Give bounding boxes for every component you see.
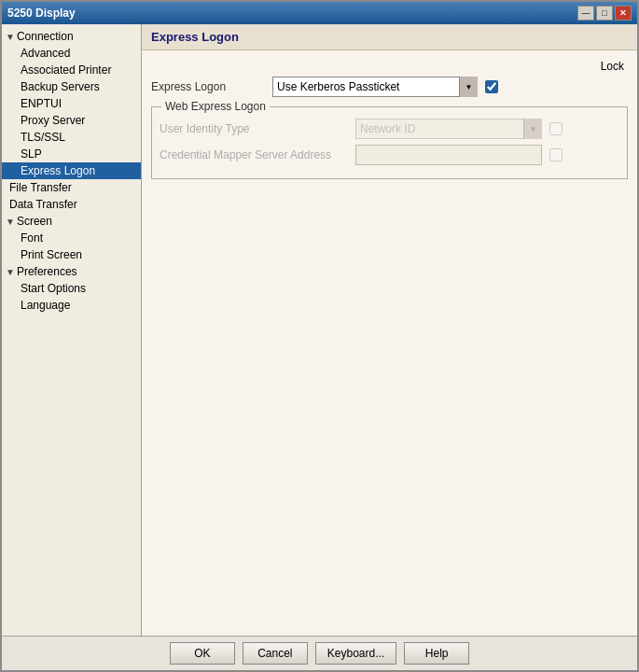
sidebar-label-backup-servers: Backup Servers [21,80,100,93]
toggle-connection: ▼ [6,32,15,42]
window-body: ▼ Connection Advanced Associated Printer… [2,24,637,636]
user-identity-type-row: User Identity Type Network ID ▼ [160,119,619,139]
sidebar-item-font[interactable]: Font [2,230,141,246]
credential-mapper-row: Credential Mapper Server Address [160,145,619,165]
sidebar-item-slp[interactable]: SLP [2,146,141,162]
express-logon-row: Express Logon Use Kerberos Passticket No… [151,77,628,97]
cancel-button[interactable]: Cancel [243,642,308,665]
sidebar-label-preferences: Preferences [17,265,77,278]
sidebar-item-start-options[interactable]: Start Options [2,280,141,297]
user-identity-type-label: User Identity Type [160,122,355,135]
sidebar-label-slp: SLP [21,147,42,161]
title-bar: 5250 Display — □ ✕ [2,2,637,24]
sidebar-item-screen[interactable]: ▼ Screen [2,213,141,230]
sidebar-label-tls-ssl: TLS/SSL [21,131,65,144]
sidebar-item-advanced[interactable]: Advanced [2,45,141,62]
sidebar-item-backup-servers[interactable]: Backup Servers [2,78,141,95]
sidebar-label-enptui: ENPTUI [21,97,62,110]
sidebar-item-print-screen[interactable]: Print Screen [2,246,141,263]
sidebar-item-associated-printer[interactable]: Associated Printer [2,62,141,78]
window-title: 5250 Display [7,7,76,20]
express-logon-dropdown-container: Use Kerberos Passticket None Passticket … [272,77,478,97]
express-logon-label: Express Logon [151,80,272,93]
sidebar-label-express-logon: Express Logon [21,164,95,177]
user-identity-type-dropdown-container: Network ID ▼ [355,119,542,139]
sidebar-label-advanced: Advanced [21,47,70,60]
sidebar-item-data-transfer[interactable]: Data Transfer [2,196,141,213]
sidebar-item-connection[interactable]: ▼ Connection [2,28,141,45]
sidebar-label-language: Language [21,299,70,312]
sidebar-label-data-transfer: Data Transfer [9,198,77,211]
maximize-button[interactable]: □ [596,6,613,21]
toggle-preferences: ▼ [6,267,15,277]
help-button[interactable]: Help [404,642,469,665]
sidebar-item-proxy-server[interactable]: Proxy Server [2,112,141,129]
credential-mapper-lock-checkbox[interactable] [549,148,563,161]
user-identity-type-lock-checkbox[interactable] [549,122,563,135]
minimize-button[interactable]: — [577,6,594,21]
sidebar-label-file-transfer: File Transfer [9,181,72,194]
sidebar-item-tls-ssl[interactable]: TLS/SSL [2,129,141,146]
keyboard-button[interactable]: Keyboard... [315,642,396,665]
sidebar-item-preferences[interactable]: ▼ Preferences [2,263,141,280]
express-logon-lock-checkbox[interactable] [485,80,498,93]
web-express-logon-title: Web Express Logon [161,100,270,113]
bottom-bar: OK Cancel Keyboard... Help [2,636,637,670]
express-logon-dropdown[interactable]: Use Kerberos Passticket None Passticket [272,77,478,97]
sidebar-item-file-transfer[interactable]: File Transfer [2,179,141,196]
sidebar-label-proxy-server: Proxy Server [21,114,85,127]
section-title: Express Logon [142,24,637,50]
lock-row: Lock [151,60,628,73]
user-identity-type-dropdown[interactable]: Network ID [355,119,542,139]
sidebar-label-associated-printer: Associated Printer [21,63,111,77]
sidebar-item-express-logon[interactable]: Express Logon [2,162,141,179]
sidebar-label-screen: Screen [17,215,52,228]
title-bar-buttons: — □ ✕ [577,6,632,21]
credential-mapper-input[interactable] [355,145,542,165]
sidebar-item-language[interactable]: Language [2,297,141,314]
ok-button[interactable]: OK [170,642,235,665]
main-content: Express Logon Lock Express Logon Use Ker… [142,24,637,636]
sidebar-label-connection: Connection [17,30,74,43]
sidebar: ▼ Connection Advanced Associated Printer… [2,24,142,636]
sidebar-label-start-options: Start Options [21,282,86,295]
sidebar-label-font: Font [21,231,43,245]
sidebar-label-print-screen: Print Screen [21,248,82,261]
lock-label: Lock [601,60,624,73]
web-express-logon-group: Web Express Logon User Identity Type Net… [151,106,628,179]
content-panel: Lock Express Logon Use Kerberos Passtick… [142,50,637,636]
sidebar-item-enptui[interactable]: ENPTUI [2,95,141,112]
credential-mapper-label: Credential Mapper Server Address [160,148,355,161]
main-window: 5250 Display — □ ✕ ▼ Connection Advanced… [0,0,639,672]
close-button[interactable]: ✕ [615,6,632,21]
toggle-screen: ▼ [6,217,15,227]
